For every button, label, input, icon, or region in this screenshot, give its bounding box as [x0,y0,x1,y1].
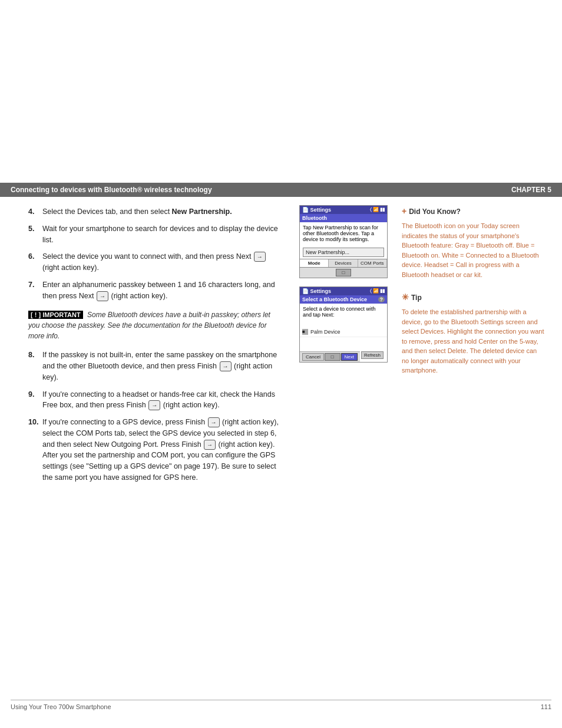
did-you-know-text: The Bluetooth icon on your Today screen … [402,221,546,279]
tab-devices[interactable]: Devices [329,259,358,267]
chapter-title-left: Connecting to devices with Bluetooth® wi… [11,186,212,194]
footer-left: Using Your Treo 700w Smartphone [11,703,111,710]
step-4-num: 4. [28,206,39,218]
step-5-num: 5. [28,223,39,246]
screen1-body: Tap New Partnership to scan for other Bl… [300,222,387,246]
tip-text: To delete the established partnership wi… [402,307,546,375]
screen1-bottom: □ [300,267,387,278]
step-5: 5. Wait for your smartphone to search fo… [28,223,282,246]
device-icon: ■ [302,329,308,335]
screen2-icon-battery: ▮▮ [380,288,385,294]
did-you-know-title: + Did You Know? [402,205,546,218]
tip-section: ✳ Tip To delete the established partners… [402,291,546,375]
screen2-icons: 〈 📶 ▮▮ [370,288,385,294]
page-content: 4. Select the Devices tab, and then sele… [0,195,562,693]
step-10: 10. If you're connecting to a GPS device… [28,417,282,483]
important-box: [ ! ] IMPORTANT Some Bluetooth devices h… [28,309,282,341]
tip-title: ✳ Tip [402,291,546,304]
screen2-icon-signal: 〈 [370,288,372,294]
step-10-num: 10. [28,417,39,483]
arrow-key-10a: → [208,417,220,427]
screen2-subtitle: Select a Bluetooth Device ? [300,295,387,304]
screen2-empty-space [300,337,387,349]
did-you-know-label: Did You Know? [409,206,461,217]
screen1-bluetooth-settings: 📄 Settings 〈 📶 ▮▮ Bluetooth Tap New Part… [299,205,388,278]
middle-column: 📄 Settings 〈 📶 ▮▮ Bluetooth Tap New Part… [293,195,394,693]
screen2-device-item[interactable]: ■ Palm Device [300,327,387,337]
asterisk-icon: ✳ [402,291,409,304]
step-6-num: 6. [28,251,39,274]
step-7: 7. Enter an alphanumeric passkey between… [28,279,282,302]
step-6-text: Select the device you want to connect wi… [42,251,282,274]
footer-right: 111 [541,703,551,710]
top-blank-area [0,0,562,183]
chapter-title-right: CHAPTER 5 [511,186,551,194]
step-6: 6. Select the device you want to connect… [28,251,282,274]
step-4: 4. Select the Devices tab, and then sele… [28,206,282,218]
screen2-ok-btn[interactable]: □ [325,353,340,361]
screen1-icon-signal: 〈 [370,207,372,213]
tab-mode[interactable]: Mode [300,259,329,267]
screen1-subtitle: Bluetooth [300,214,387,222]
screen2-title: 📄 Settings [302,288,331,294]
step-7-num: 7. [28,279,39,302]
screen1-icon-bt: 📶 [373,207,379,213]
screen2-titlebar: 📄 Settings 〈 📶 ▮▮ [300,287,387,295]
screen1-titlebar: 📄 Settings 〈 📶 ▮▮ [300,206,387,214]
step-9: 9. If you're connecting to a headset or … [28,389,282,411]
arrow-key-9: → [148,400,160,410]
arrow-key-6: → [254,252,266,262]
plus-icon: + [402,205,406,218]
screen2-subtitle-text: Select a Bluetooth Device [302,297,367,302]
right-column: + Did You Know? The Bluetooth icon on yo… [394,195,551,693]
step-9-num: 9. [28,389,39,411]
step-10-text: If you're connecting to a GPS device, pr… [42,417,282,483]
cancel-btn[interactable]: Cancel [302,353,324,361]
next-btn[interactable]: Next [341,353,358,361]
steps-lower-list: 8. If the passkey is not built-in, enter… [28,350,282,483]
tab-com-ports[interactable]: COM Ports [358,259,387,267]
screen2-btn-row: Cancel □ Next [300,351,360,362]
device-name: Palm Device [310,329,340,335]
step-7-text: Enter an alphanumeric passkey between 1 … [42,279,282,302]
screen1-icon-battery: ▮▮ [380,207,385,213]
screen1-button-row: New Partnership... [300,246,387,259]
left-column: 4. Select the Devices tab, and then sele… [11,195,293,693]
arrow-key-10b: → [204,440,216,450]
tip-label: Tip [411,292,422,303]
arrow-key-8: → [220,361,232,371]
steps-upper-list: 4. Select the Devices tab, and then sele… [28,206,282,301]
step-8: 8. If the passkey is not built-in, enter… [28,350,282,383]
screen1-title: 📄 Settings [302,207,331,213]
page-footer: Using Your Treo 700w Smartphone 111 [11,700,551,710]
screen1-icons: 〈 📶 ▮▮ [370,207,385,213]
screen2-body: Select a device to connect with and tap … [300,304,387,327]
refresh-btn[interactable]: Refresh [361,351,384,359]
screen1-tabs: Mode Devices COM Ports [300,259,387,267]
screen2-select-device: 📄 Settings 〈 📶 ▮▮ Select a Bluetooth Dev… [299,286,388,363]
arrow-key-7: → [97,291,108,301]
new-partnership-btn[interactable]: New Partnership... [303,248,384,257]
did-you-know-section: + Did You Know? The Bluetooth icon on yo… [402,205,546,279]
step-8-text: If the passkey is not built-in, enter th… [42,350,282,383]
screen1-ok-btn[interactable]: □ [336,269,352,276]
screen2-help-icon[interactable]: ? [378,297,385,302]
step-5-text: Wait for your smartphone to search for d… [42,223,282,246]
screen2-icon-bt: 📶 [373,288,379,294]
important-label: [ ! ] IMPORTANT [28,311,83,319]
step-4-text: Select the Devices tab, and then select … [42,206,282,218]
step-8-num: 8. [28,350,39,383]
step-9-text: If you're connecting to a headset or han… [42,389,282,411]
